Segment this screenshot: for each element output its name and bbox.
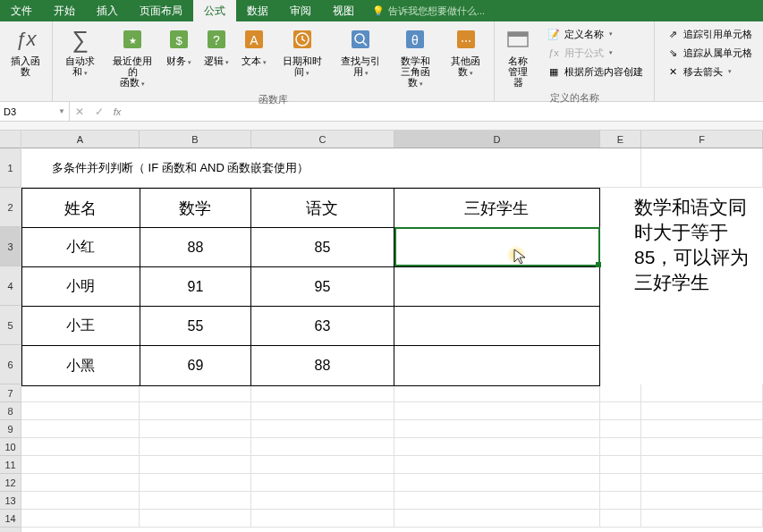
cell[interactable] [394,384,600,402]
row-header-12[interactable]: 12 [0,474,21,492]
trace-dependents-button[interactable]: ⇘追踪从属单元格 [662,44,756,62]
cell[interactable] [251,510,394,528]
cell-f1[interactable] [641,148,763,188]
row-header-11[interactable]: 11 [0,456,21,474]
cell[interactable] [394,510,600,528]
cell[interactable] [600,492,641,510]
cell[interactable] [140,438,251,456]
cell[interactable] [251,384,394,402]
row-header-5[interactable]: 5 [0,306,21,345]
select-all-corner[interactable] [0,131,21,148]
tab-review[interactable]: 审阅 [279,0,322,21]
table-cell[interactable]: 小王 [22,307,140,346]
cell[interactable] [251,456,394,474]
tab-page-layout[interactable]: 页面布局 [129,0,193,21]
note-text[interactable]: 数学和语文同时大于等于85，可以评为三好学生 [634,195,763,295]
chevron-down-icon[interactable]: ▼ [58,107,65,115]
col-header-a[interactable]: A [21,131,140,148]
cell[interactable] [251,438,394,456]
cell[interactable] [641,384,763,402]
cell[interactable] [21,438,140,456]
table-cell[interactable]: 95 [251,267,394,307]
cell[interactable] [394,438,600,456]
tab-file[interactable]: 文件 [0,0,43,21]
row-header-3[interactable]: 3 [0,227,21,266]
col-header-d[interactable]: D [394,131,600,148]
cell[interactable] [394,420,600,438]
table-cell[interactable]: 小红 [22,228,140,267]
cell[interactable] [641,510,763,528]
cell[interactable] [21,510,140,528]
cell[interactable] [251,420,394,438]
tab-insert[interactable]: 插入 [86,0,129,21]
text-button[interactable]: A 文本▾ [236,23,272,91]
table-cell[interactable] [394,267,599,307]
datetime-button[interactable]: 日期和时间▾ [274,23,331,91]
tab-data[interactable]: 数据 [236,0,279,21]
table-cell[interactable]: 85 [251,228,394,267]
cell[interactable] [140,384,251,402]
insert-function-button[interactable]: ƒx 插入函数 [4,23,48,85]
cell[interactable] [140,402,251,420]
col-header-e[interactable]: E [600,131,641,148]
define-name-button[interactable]: 📝定义名称▾ [543,25,647,43]
cell[interactable] [140,456,251,474]
enter-formula-button[interactable]: ✓ [89,102,109,121]
math-button[interactable]: θ 数学和 三角函数▾ [391,23,439,91]
tab-home[interactable]: 开始 [43,0,86,21]
cell[interactable] [251,402,394,420]
table-header-award[interactable]: 三好学生 [394,189,599,228]
row-header-6[interactable]: 6 [0,345,21,384]
financial-button[interactable]: $ 财务▾ [161,23,197,91]
spreadsheet-grid[interactable]: 1 2 3 4 5 6 7 8 9 10 11 12 13 14 A B C D… [0,131,763,532]
row-header-2[interactable]: 2 [0,188,21,227]
cell[interactable] [600,510,641,528]
table-cell[interactable]: 小黑 [22,346,140,385]
table-cell[interactable]: 69 [140,346,252,385]
table-cell[interactable]: 55 [140,307,252,346]
cell-e1[interactable] [600,148,641,188]
cell[interactable] [600,456,641,474]
row-header-9[interactable]: 9 [0,420,21,438]
cell[interactable] [600,384,641,402]
cell[interactable] [641,420,763,438]
create-from-selection-button[interactable]: ▦根据所选内容创建 [543,63,647,80]
cell[interactable] [21,474,140,492]
table-cell[interactable]: 88 [140,228,252,267]
cell[interactable] [21,492,140,510]
table-cell[interactable]: 63 [251,307,394,346]
row-header-8[interactable]: 8 [0,402,21,420]
cell[interactable] [21,384,140,402]
cell[interactable] [394,474,600,492]
name-box[interactable]: D3 ▼ [0,102,70,121]
cancel-formula-button[interactable]: ✕ [70,102,89,121]
cell[interactable] [394,492,600,510]
lookup-button[interactable]: 查找与引用▾ [332,23,389,91]
cell[interactable] [394,456,600,474]
cell[interactable] [600,402,641,420]
table-cell[interactable] [394,307,599,346]
table-cell[interactable]: 91 [140,267,252,307]
trace-precedents-button[interactable]: ⇗追踪引用单元格 [662,25,756,43]
cell[interactable] [140,492,251,510]
cell[interactable] [251,492,394,510]
cell[interactable] [140,474,251,492]
table-cell[interactable]: 小明 [22,267,140,307]
row-header-14[interactable]: 14 [0,510,21,528]
remove-arrows-button[interactable]: ✕移去箭头▾ [662,63,756,80]
cell[interactable] [600,420,641,438]
cell[interactable] [140,510,251,528]
col-header-c[interactable]: C [251,131,394,148]
row-header-1[interactable]: 1 [0,148,21,188]
cell[interactable] [641,438,763,456]
row-header-13[interactable]: 13 [0,492,21,510]
cell[interactable] [641,474,763,492]
tell-me-search[interactable]: 💡 告诉我您想要做什么... [365,0,492,21]
tab-formulas[interactable]: 公式 [193,0,236,21]
col-header-b[interactable]: B [140,131,251,148]
table-header-math[interactable]: 数学 [140,189,252,228]
formula-bar[interactable] [129,102,763,121]
col-header-f[interactable]: F [641,131,763,148]
cell[interactable] [251,474,394,492]
name-manager-button[interactable]: 名称 管理器 [498,23,538,89]
